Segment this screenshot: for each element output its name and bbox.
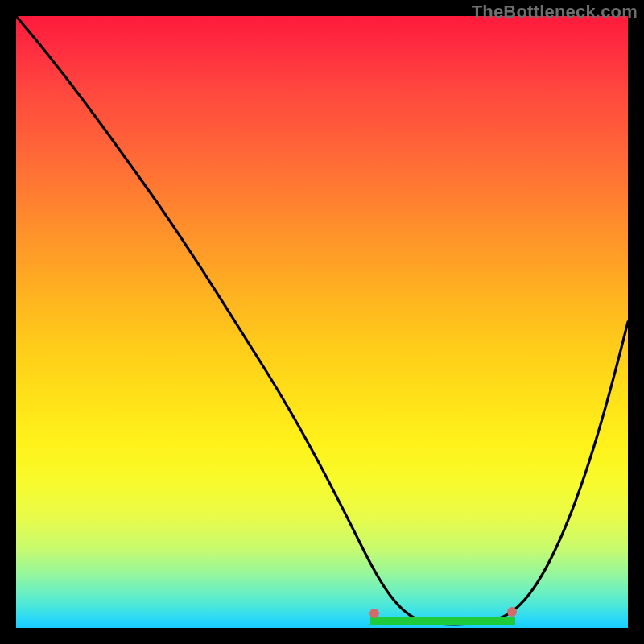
optimal-band — [370, 617, 515, 625]
curve-marker-right — [507, 607, 517, 617]
bottleneck-curve — [16, 16, 628, 625]
watermark-text: TheBottleneck.com — [472, 2, 638, 23]
chart-container: TheBottleneck.com — [0, 0, 644, 644]
curve-layer — [16, 16, 628, 628]
curve-marker-left — [369, 609, 379, 618]
plot-area — [16, 16, 628, 628]
